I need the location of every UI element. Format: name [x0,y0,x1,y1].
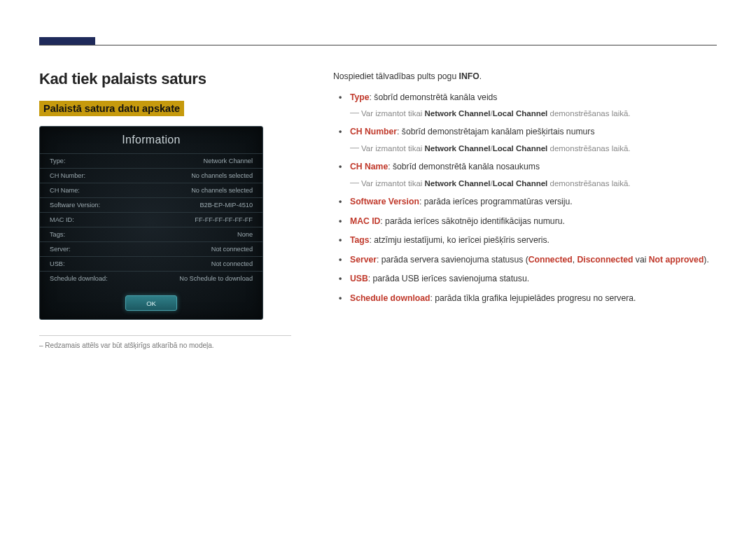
table-row: USB:Not connected [40,257,262,272]
list-item: Type: šobrīd demonstrētā kanāla veids Va… [343,91,717,120]
term-text: : šobrīd demonstrētā kanāla veids [370,92,498,102]
information-table: Type:Network Channel CH Number:No channe… [40,153,262,286]
row-label: Tags: [40,227,141,242]
note-bold: Network Channel [425,144,491,153]
list-item: CH Name: šobrīd demonstrētā kanāla nosau… [343,160,717,190]
term-text: : parāda tīkla grafika lejupielādes prog… [430,293,636,303]
note-post: demonstrēšanas laikā. [547,144,630,153]
list-item: Tags: atzīmju iestatījumi, ko ierīcei pi… [343,234,717,248]
accent-bar [39,37,95,45]
table-row: Software Version:B2B-EP-MIP-4510 [40,198,262,213]
term-software-version: Software Version [350,197,419,206]
term-usb: USB [350,274,368,283]
list-item: USB: parāda USB ierīces savienojuma stat… [343,272,717,286]
information-panel-title: Information [40,127,262,153]
term-text: : šobrīd demonstrētā kanāla nosaukums [388,162,540,171]
term-chname: CH Name [350,162,388,171]
server-post: ). [704,255,708,265]
row-value: Not connected [141,257,262,272]
row-label: CH Name: [40,183,141,198]
image-caption: Redzamais attēls var būt atšķirīgs atkar… [39,342,305,349]
note-pre: Var izmantot tikai [361,144,425,153]
table-row: Tags:None [40,227,262,242]
note-pre: Var izmantot tikai [361,179,425,188]
term-server: Server [350,255,377,265]
note-post: demonstrēšanas laikā. [547,179,630,188]
term-text: : parāda USB ierīces savienojuma statusu… [368,274,529,283]
row-value: Network Channel [141,154,262,169]
list-item: Server: parāda servera savienojuma statu… [343,253,717,267]
caption-rule [39,335,291,336]
term-text: : šobrīd demonstrētajam kanālam piešķirt… [397,127,594,136]
note-bold: Local Channel [493,179,548,188]
intro-post: . [479,71,482,81]
term-text: : atzīmju iestatījumi, ko ierīcei piešķī… [370,235,550,245]
information-panel: Information Type:Network Channel CH Numb… [39,126,263,320]
left-column: Kad tiek palaists saturs Palaistā satura… [39,70,305,349]
term-type: Type [350,92,370,102]
term-schedule-download: Schedule download [350,293,430,303]
note-bold: Local Channel [493,144,548,153]
row-value: No Schedule to download [141,272,262,286]
term-text: : parāda ierīces programmatūras versiju. [419,197,573,206]
table-row: Type:Network Channel [40,154,262,169]
row-label: CH Number: [40,169,141,183]
term-text: : parāda ierīces sākotnējo identifikācij… [380,216,565,226]
intro-text: Nospiediet tālvadības pults pogu INFO. [333,70,717,84]
status-connected: Connected [528,255,573,265]
sub-note: Var izmantot tikai Network Channel/Local… [351,142,717,155]
note-pre: Var izmantot tikai [361,109,425,118]
row-label: Schedule download: [40,272,141,286]
row-label: USB: [40,257,141,272]
server-pre: : parāda servera savienojuma statusus ( [377,255,528,265]
sub-note: Var izmantot tikai Network Channel/Local… [351,107,717,120]
row-label: Server: [40,242,141,257]
row-value: No channels selected [141,183,262,198]
table-row: CH Number:No channels selected [40,169,262,183]
sep: , [573,255,578,265]
table-row: CH Name:No channels selected [40,183,262,198]
right-column: Nospiediet tālvadības pults pogu INFO. T… [333,70,717,349]
note-bold: Local Channel [493,109,548,118]
row-label: MAC ID: [40,213,141,227]
term-tags: Tags [350,235,370,245]
row-value: FF-FF-FF-FF-FF-FF [141,213,262,227]
sep: vai [633,255,648,265]
sub-note: Var izmantot tikai Network Channel/Local… [351,177,717,190]
row-value: No channels selected [141,169,262,183]
table-row: MAC ID:FF-FF-FF-FF-FF-FF [40,213,262,227]
ok-button[interactable]: OK [125,295,177,311]
row-value: None [141,227,262,242]
note-bold: Network Channel [425,179,491,188]
table-row: Server:Not connected [40,242,262,257]
page-content: Kad tiek palaists saturs Palaistā satura… [39,70,717,349]
list-item: CH Number: šobrīd demonstrētajam kanālam… [343,125,717,155]
list-item: Software Version: parāda ierīces program… [343,195,717,209]
list-item: Schedule download: parāda tīkla grafika … [343,292,717,306]
intro-bold: INFO [459,71,479,81]
list-item: MAC ID: parāda ierīces sākotnējo identif… [343,215,717,229]
row-label: Software Version: [40,198,141,213]
intro-pre: Nospiediet tālvadības pults pogu [333,71,459,81]
row-label: Type: [40,154,141,169]
note-bold: Network Channel [425,109,491,118]
feature-list: Type: šobrīd demonstrētā kanāla veids Va… [333,91,717,306]
note-post: demonstrēšanas laikā. [547,109,630,118]
term-chnumber: CH Number [350,127,397,136]
section-subtitle: Palaistā satura datu apskate [39,101,184,116]
term-mac-id: MAC ID [350,216,380,226]
header-rule [39,45,717,45]
status-not-approved: Not approved [649,255,704,265]
row-value: B2B-EP-MIP-4510 [141,198,262,213]
table-row: Schedule download:No Schedule to downloa… [40,272,262,286]
status-disconnected: Disconnected [578,255,634,265]
row-value: Not connected [141,242,262,257]
page-title: Kad tiek palaists saturs [39,70,305,88]
